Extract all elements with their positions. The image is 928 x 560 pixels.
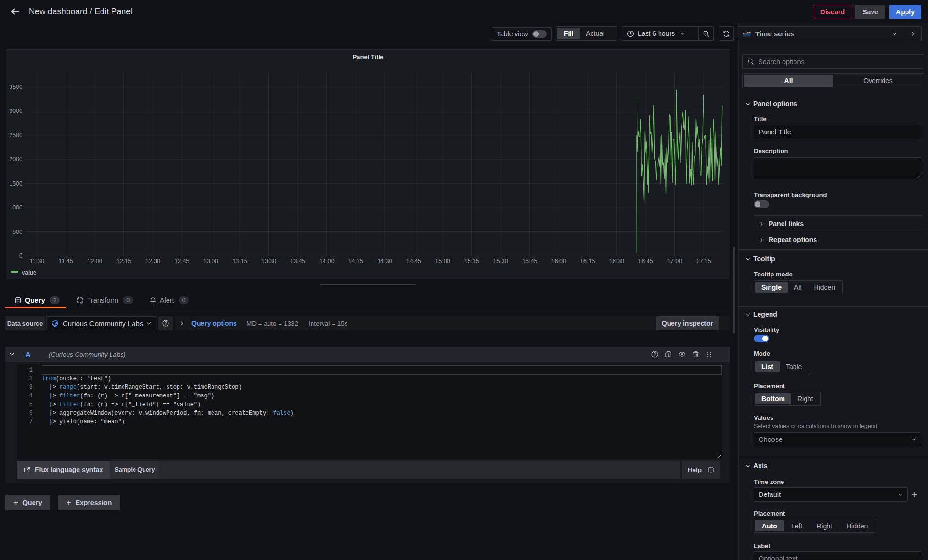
- svg-text:1500: 1500: [9, 180, 22, 187]
- svg-text:16:30: 16:30: [609, 258, 624, 264]
- svg-text:11:30: 11:30: [30, 258, 44, 264]
- svg-text:16:15: 16:15: [580, 258, 595, 264]
- svg-text:15:30: 15:30: [493, 258, 508, 264]
- svg-text:16:00: 16:00: [551, 258, 566, 264]
- svg-text:13:45: 13:45: [290, 258, 305, 264]
- svg-text:0: 0: [19, 253, 22, 259]
- svg-text:2000: 2000: [9, 156, 22, 163]
- svg-text:13:15: 13:15: [232, 258, 247, 264]
- svg-text:17:00: 17:00: [667, 258, 682, 264]
- svg-text:15:15: 15:15: [464, 258, 479, 264]
- svg-text:17:15: 17:15: [696, 258, 711, 264]
- svg-text:15:45: 15:45: [522, 258, 537, 264]
- svg-text:12:00: 12:00: [87, 258, 102, 264]
- svg-text:13:00: 13:00: [203, 258, 218, 264]
- svg-text:12:30: 12:30: [145, 258, 160, 264]
- svg-text:14:15: 14:15: [348, 258, 363, 264]
- svg-text:12:45: 12:45: [174, 258, 189, 264]
- svg-text:14:45: 14:45: [406, 258, 421, 264]
- svg-text:1000: 1000: [9, 204, 22, 211]
- svg-text:value: value: [22, 269, 36, 276]
- svg-text:14:00: 14:00: [319, 258, 334, 264]
- svg-text:3500: 3500: [9, 84, 22, 90]
- svg-text:13:30: 13:30: [261, 258, 276, 264]
- svg-text:500: 500: [12, 229, 22, 235]
- svg-text:2500: 2500: [9, 132, 22, 139]
- svg-text:15:00: 15:00: [435, 258, 450, 264]
- svg-text:14:30: 14:30: [377, 258, 392, 264]
- svg-text:11:45: 11:45: [58, 258, 73, 264]
- svg-text:16:45: 16:45: [638, 258, 653, 264]
- svg-text:12:15: 12:15: [116, 258, 131, 264]
- svg-text:3000: 3000: [9, 108, 22, 114]
